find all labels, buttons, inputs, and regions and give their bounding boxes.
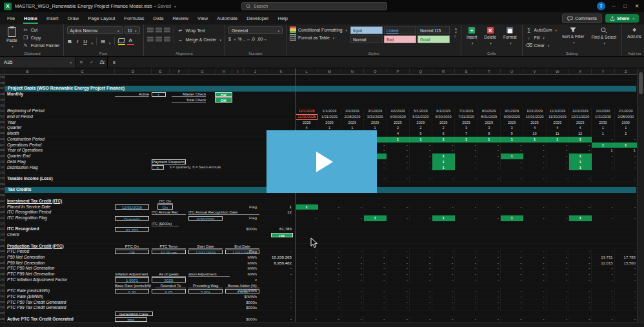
cell[interactable]: 2/28/2029 <box>341 114 364 120</box>
cell[interactable]: - <box>410 300 432 306</box>
cell[interactable]: - <box>547 249 569 255</box>
cell[interactable]: - <box>615 249 638 255</box>
percent-style-button[interactable]: % <box>237 35 241 42</box>
underline-button[interactable]: U <box>83 39 88 45</box>
borders-button[interactable]: ⊞ <box>100 39 106 45</box>
cell[interactable]: - <box>592 294 614 300</box>
user-avatar[interactable]: T <box>597 2 605 10</box>
cell-style-good[interactable]: Good <box>418 35 450 43</box>
video-play-overlay[interactable] <box>267 130 377 193</box>
cell[interactable]: 2 <box>432 125 455 131</box>
cell[interactable]: - <box>364 272 387 277</box>
cell[interactable]: 11/1/2029 <box>547 108 569 114</box>
cell[interactable]: 10 <box>523 131 546 137</box>
cell-style-input[interactable]: Input <box>350 26 383 34</box>
menu-tab-formulas[interactable]: Formulas <box>119 12 148 25</box>
cell[interactable]: 1 <box>569 215 592 221</box>
row-header-217[interactable]: 217 <box>0 199 5 204</box>
cell[interactable]: 1 <box>523 137 546 143</box>
font-color-button[interactable]: A <box>127 37 134 45</box>
cell[interactable]: 2030 <box>615 120 638 126</box>
cell[interactable]: - <box>364 277 387 283</box>
font-size-select[interactable]: 11 <box>125 26 140 34</box>
cell[interactable]: - <box>615 294 638 300</box>
col-header-F[interactable]: F <box>170 68 189 74</box>
cell[interactable]: - <box>523 288 546 294</box>
input-cell[interactable]: 0.30 <box>115 289 149 293</box>
cell[interactable]: - <box>341 294 364 300</box>
italic-button[interactable]: I <box>75 39 81 45</box>
cell[interactable]: 15,560 <box>615 261 638 266</box>
insert-cells-button[interactable]: +Insert <box>465 26 479 46</box>
cell[interactable]: - <box>592 137 614 143</box>
input-cell[interactable]: On <box>157 204 174 209</box>
cell[interactable]: - <box>547 288 569 294</box>
cell[interactable]: - <box>341 204 364 210</box>
cell[interactable]: 2/1/2030 <box>615 108 638 114</box>
cell[interactable]: 1 <box>501 154 523 159</box>
cell[interactable]: 4 <box>523 125 546 131</box>
row-header-231[interactable]: 231 <box>0 277 5 283</box>
col-header-Y[interactable]: Y <box>592 68 614 74</box>
row-header-198[interactable]: 198 <box>0 92 5 97</box>
cell[interactable]: - <box>432 204 455 210</box>
cell[interactable]: - <box>615 204 638 210</box>
cell[interactable]: - <box>318 204 341 210</box>
col-header-P[interactable]: P <box>387 68 409 74</box>
cell[interactable]: - <box>455 261 478 266</box>
cell[interactable]: - <box>501 159 523 165</box>
cell[interactable]: 10/31/2029 <box>523 114 546 120</box>
cell[interactable]: - <box>615 288 638 294</box>
align-center-button[interactable] <box>156 37 162 42</box>
cell[interactable]: - <box>364 305 387 311</box>
cell[interactable]: - <box>432 176 455 182</box>
col-header-K[interactable]: K <box>267 68 296 74</box>
cell[interactable]: - <box>501 272 523 277</box>
cell[interactable]: - <box>501 249 523 255</box>
cell[interactable]: - <box>296 272 318 277</box>
gallery-scroll-arrows[interactable]: ▲▼≡ <box>453 26 458 38</box>
row-header-199[interactable]: 199 <box>0 97 5 103</box>
input-cell[interactable]: 61,783 <box>115 227 149 232</box>
cell[interactable]: - <box>547 176 569 182</box>
cell[interactable]: - <box>547 159 569 165</box>
cell[interactable]: - <box>296 288 318 294</box>
cell[interactable]: - <box>547 294 569 300</box>
cell[interactable]: 6 <box>432 131 455 137</box>
font-name-select[interactable]: Aptos Narrow <box>67 26 123 34</box>
cell[interactable]: - <box>364 255 387 261</box>
cell[interactable]: 2/28/2030 <box>615 114 638 120</box>
cell[interactable]: - <box>341 261 364 266</box>
cell[interactable]: 8/1/2029 <box>478 108 501 114</box>
cell[interactable]: 5 <box>410 131 432 137</box>
total-value[interactable]: - <box>259 266 292 272</box>
cell[interactable]: 1 <box>569 154 592 159</box>
cell[interactable]: 2029 <box>387 120 409 126</box>
cell[interactable]: 2029 <box>478 120 501 126</box>
cell[interactable]: 2029 <box>501 120 523 126</box>
cell[interactable]: 1 <box>296 204 318 210</box>
cell[interactable]: 2030 <box>592 120 614 126</box>
cell[interactable]: - <box>296 255 318 261</box>
cell[interactable]: - <box>455 154 478 159</box>
cell[interactable]: 1/1/2029 <box>318 108 341 114</box>
total-value[interactable]: - <box>259 294 292 300</box>
cell[interactable]: - <box>432 272 455 277</box>
row-header-211[interactable]: 211 <box>0 165 5 171</box>
cell[interactable]: - <box>523 255 546 261</box>
cell[interactable]: - <box>592 165 614 171</box>
cell[interactable]: - <box>364 261 387 266</box>
col-header-T[interactable]: T <box>478 68 501 74</box>
col-header-E[interactable]: E <box>152 68 170 74</box>
cell[interactable]: - <box>523 277 546 283</box>
cell[interactable]: 7/31/2029 <box>455 114 478 120</box>
cell[interactable]: - <box>387 266 409 272</box>
select-all-corner[interactable] <box>0 68 5 74</box>
cell[interactable]: 1 <box>410 137 432 143</box>
menu-tab-data[interactable]: Data <box>149 12 168 25</box>
cell[interactable]: - <box>547 272 569 277</box>
cell[interactable]: 2029 <box>318 120 341 126</box>
cell[interactable]: - <box>478 288 501 294</box>
cell[interactable]: - <box>296 266 318 272</box>
input-cell[interactable]: 6/30/2030 <box>188 216 223 221</box>
